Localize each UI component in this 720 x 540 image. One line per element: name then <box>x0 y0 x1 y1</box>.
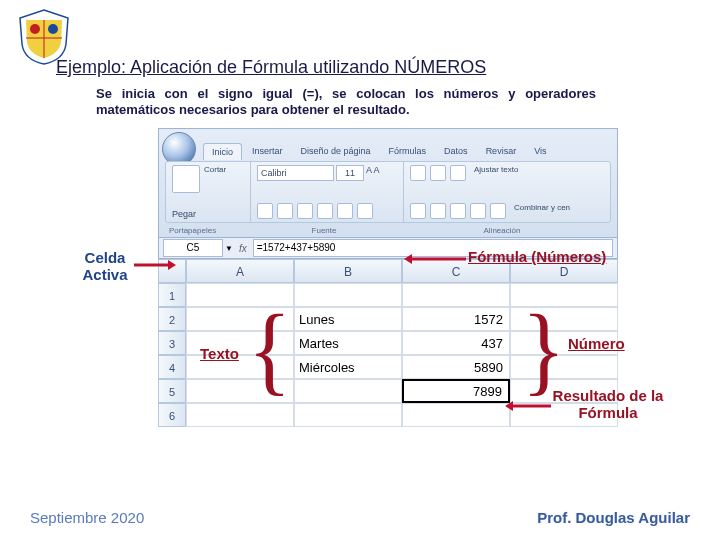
svg-point-0 <box>30 24 40 34</box>
cell-B2[interactable]: Lunes <box>294 307 402 331</box>
row-4[interactable]: 4 <box>158 355 186 379</box>
tab-inicio[interactable]: Inicio <box>203 143 242 160</box>
brace-right-icon: } <box>522 310 565 389</box>
tab-vista[interactable]: Vis <box>526 143 554 160</box>
group-alineacion: Alineación <box>397 226 607 235</box>
tab-revisar[interactable]: Revisar <box>478 143 525 160</box>
cell-C3[interactable]: 437 <box>402 331 510 355</box>
footer-date: Septiembre 2020 <box>30 509 144 526</box>
align-tm-icon[interactable] <box>430 165 446 181</box>
callout-formula-numeros: Fórmula (Números) <box>468 248 606 265</box>
tab-formulas[interactable]: Fórmulas <box>381 143 435 160</box>
svg-point-1 <box>48 24 58 34</box>
row-3[interactable]: 3 <box>158 331 186 355</box>
brace-left-icon: { <box>248 310 291 389</box>
font-size-select[interactable]: 11 <box>336 165 364 181</box>
wrap-text-button[interactable]: Ajustar texto <box>474 165 518 181</box>
excel-ribbon: Inicio Insertar Diseño de página Fórmula… <box>158 128 618 238</box>
callout-celda-activa: Celda Activa <box>72 250 138 283</box>
cell-A6[interactable] <box>186 403 294 427</box>
font-name-select[interactable]: Calibri <box>257 165 334 181</box>
callout-resultado: Resultado de la Fórmula <box>548 388 668 421</box>
merge-button[interactable]: Combinar y cen <box>514 203 570 219</box>
slide-description: Se inicia con el signo igual (=), se col… <box>96 86 596 119</box>
align-bl-icon[interactable] <box>410 203 426 219</box>
cortar-label[interactable]: Cortar <box>204 165 226 174</box>
fontcolor-icon[interactable] <box>357 203 373 219</box>
row-5[interactable]: 5 <box>158 379 186 403</box>
italic-icon[interactable] <box>277 203 293 219</box>
paste-icon[interactable] <box>172 165 200 193</box>
cell-C1[interactable] <box>402 283 510 307</box>
col-A[interactable]: A <box>186 259 294 283</box>
col-B[interactable]: B <box>294 259 402 283</box>
corner-cell[interactable] <box>158 259 186 283</box>
row-1[interactable]: 1 <box>158 283 186 307</box>
underline-icon[interactable] <box>297 203 313 219</box>
cell-B1[interactable] <box>294 283 402 307</box>
chevron-down-icon[interactable]: ▼ <box>225 244 233 253</box>
cell-C5-active[interactable]: 7899 <box>402 379 510 403</box>
cell-C4[interactable]: 5890 <box>402 355 510 379</box>
row-2[interactable]: 2 <box>158 307 186 331</box>
slide-title: Ejemplo: Aplicación de Fórmula utilizand… <box>56 57 486 78</box>
group-portapapeles: Portapapeles <box>169 226 251 235</box>
name-box[interactable]: C5 <box>163 239 223 257</box>
cell-C6[interactable] <box>402 403 510 427</box>
align-bm-icon[interactable] <box>430 203 446 219</box>
align-tl-icon[interactable] <box>410 165 426 181</box>
paste-label: Pegar <box>172 209 244 219</box>
cell-B3[interactable]: Martes <box>294 331 402 355</box>
tab-diseno[interactable]: Diseño de página <box>293 143 379 160</box>
cell-B6[interactable] <box>294 403 402 427</box>
tab-insertar[interactable]: Insertar <box>244 143 291 160</box>
align-br-icon[interactable] <box>450 203 466 219</box>
ribbon-tabs: Inicio Insertar Diseño de página Fórmula… <box>203 143 554 160</box>
callout-numero: Número <box>568 335 625 352</box>
callout-texto: Texto <box>200 345 239 362</box>
border-icon[interactable] <box>317 203 333 219</box>
align-tr-icon[interactable] <box>450 165 466 181</box>
fill-icon[interactable] <box>337 203 353 219</box>
indent-dec-icon[interactable] <box>470 203 486 219</box>
cell-C2[interactable]: 1572 <box>402 307 510 331</box>
row-6[interactable]: 6 <box>158 403 186 427</box>
indent-inc-icon[interactable] <box>490 203 506 219</box>
group-fuente: Fuente <box>251 226 397 235</box>
fx-icon[interactable]: fx <box>239 243 247 254</box>
footer-author: Prof. Douglas Aguilar <box>537 509 690 526</box>
cell-B5[interactable] <box>294 379 402 403</box>
cell-B4[interactable]: Miércoles <box>294 355 402 379</box>
bold-icon[interactable] <box>257 203 273 219</box>
tab-datos[interactable]: Datos <box>436 143 476 160</box>
